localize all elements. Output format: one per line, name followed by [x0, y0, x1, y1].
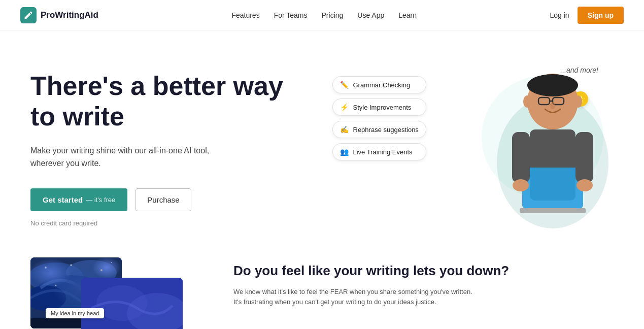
- svg-point-24: [111, 262, 112, 263]
- nav-link-features[interactable]: Features: [231, 11, 259, 19]
- svg-rect-9: [512, 132, 530, 183]
- svg-point-25: [55, 284, 57, 286]
- svg-point-15: [574, 95, 582, 108]
- hero-person-illustration: [451, 51, 614, 234]
- grammar-icon: ✏️: [340, 80, 349, 89]
- svg-point-14: [523, 95, 531, 108]
- hero-actions: Get started — it's free Purchase: [30, 188, 312, 211]
- svg-point-13: [550, 102, 555, 109]
- nav-link-use-app[interactable]: Use App: [357, 11, 384, 19]
- hero-title: There's a better way to write: [30, 71, 294, 132]
- hero-subtitle: Make your writing shine with our all-in-…: [30, 144, 244, 170]
- login-button[interactable]: Log in: [550, 11, 569, 19]
- nav-link-learn[interactable]: Learn: [398, 11, 417, 19]
- nav-link-pricing[interactable]: Pricing: [322, 11, 344, 19]
- bottom-title: Do you feel like your writing lets you d…: [233, 262, 614, 280]
- signup-button[interactable]: Sign up: [578, 7, 624, 24]
- hero-content: There's a better way to write Make your …: [30, 61, 312, 227]
- hero-note: No credit card required: [30, 219, 312, 227]
- svg-rect-10: [575, 132, 593, 183]
- purchase-button[interactable]: Purchase: [135, 188, 191, 211]
- training-icon: 👥: [340, 147, 349, 156]
- svg-point-22: [71, 264, 72, 266]
- svg-point-21: [45, 267, 47, 269]
- nav-actions: Log in Sign up: [550, 7, 624, 24]
- logo[interactable]: ProWritingAid: [20, 7, 98, 23]
- blue-card: [81, 278, 183, 329]
- hero-visual: ✏️ Grammar Checking ⚡ Style Improvements…: [332, 61, 614, 223]
- pill-training: 👥 Live Training Events: [332, 143, 426, 160]
- rephrase-icon: ✍️: [340, 125, 349, 134]
- idea-note-card: My idea in my head: [46, 308, 104, 318]
- nav-link-for-teams[interactable]: For Teams: [274, 11, 308, 19]
- feature-pills: ✏️ Grammar Checking ⚡ Style Improvements…: [332, 76, 426, 160]
- style-icon: ⚡: [340, 103, 349, 112]
- nav-links: Features For Teams Pricing Use App Learn: [231, 11, 417, 19]
- pill-grammar: ✏️ Grammar Checking: [332, 76, 426, 93]
- logo-icon: [20, 7, 37, 23]
- get-started-button[interactable]: Get started — it's free: [30, 188, 127, 211]
- svg-rect-7: [522, 168, 583, 208]
- pill-style: ⚡ Style Improvements: [332, 98, 426, 116]
- svg-point-12: [577, 179, 593, 191]
- hero-section: There's a better way to write Make your …: [0, 30, 644, 247]
- svg-point-5: [527, 74, 578, 96]
- svg-point-23: [100, 269, 103, 271]
- svg-point-17: [30, 262, 84, 293]
- navbar: ProWritingAid Features For Teams Pricing…: [0, 0, 644, 30]
- svg-point-11: [513, 179, 529, 191]
- bottom-section: My idea in my head Do you feel like your…: [0, 247, 644, 329]
- bottom-text: We know what it's like to feel the FEAR …: [233, 287, 477, 308]
- logo-text: ProWritingAid: [41, 10, 98, 20]
- svg-point-20: [30, 285, 66, 311]
- bottom-visual: My idea in my head: [30, 257, 203, 329]
- svg-rect-8: [520, 208, 586, 213]
- pill-rephrase: ✍️ Rephrase suggestions: [332, 121, 426, 138]
- bottom-content: Do you feel like your writing lets you d…: [233, 257, 614, 308]
